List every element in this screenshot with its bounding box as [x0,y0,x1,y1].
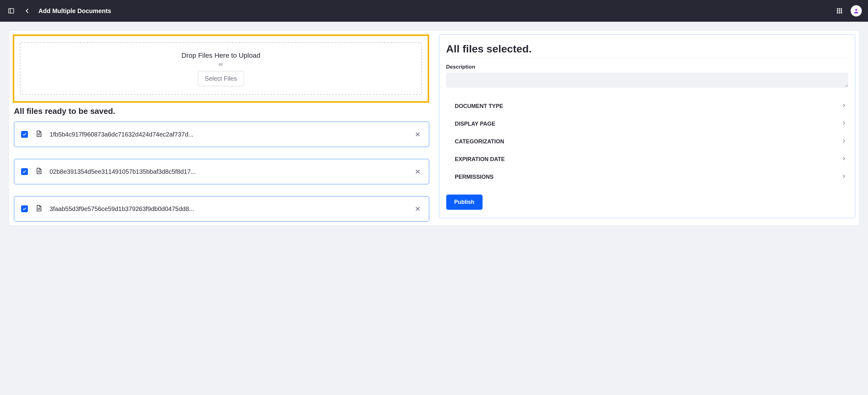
sidebar-toggle-button[interactable] [6,6,16,16]
publish-button[interactable]: Publish [446,194,483,210]
chevron-right-icon [841,121,846,127]
svg-rect-9 [839,12,840,13]
svg-rect-10 [841,12,842,13]
chevron-right-icon [841,174,846,180]
page-title: Add Multiple Documents [38,7,111,14]
right-column: All files selected. Description DOCUMENT… [439,31,859,225]
remove-file-button[interactable] [413,130,422,139]
topbar-right [835,5,862,17]
topbar-left: Add Multiple Documents [6,6,828,16]
accordion-label: EXPIRATION DATE [455,156,505,162]
dropzone-title: Drop Files Here to Upload [27,52,415,60]
dropzone[interactable]: Drop Files Here to Upload or Select File… [20,42,422,95]
selected-heading: All files selected. [446,43,848,58]
file-name: 02b8e391354d5ee311491057b135bbaf3d8c5f8d… [50,168,406,175]
user-avatar[interactable] [850,5,862,17]
dropzone-highlight: Drop Files Here to Upload or Select File… [13,34,429,103]
document-icon [35,130,42,139]
svg-rect-4 [841,8,842,10]
main-container: Drop Files Here to Upload or Select File… [9,30,859,225]
file-name: 3faab55d3f9e5756ce59d1b379263f9db0d0475d… [50,205,406,213]
remove-file-button[interactable] [413,167,422,176]
back-button[interactable] [22,6,32,16]
file-checkbox[interactable] [21,205,28,212]
svg-rect-0 [9,9,14,13]
svg-rect-2 [837,8,838,10]
ready-heading: All files ready to be saved. [14,107,429,116]
accordion-label: CATEGORIZATION [455,139,504,145]
file-card[interactable]: 02b8e391354d5ee311491057b135bbaf3d8c5f8d… [14,159,429,184]
accordion: DOCUMENT TYPEDISPLAY PAGECATEGORIZATIONE… [446,97,848,186]
chevron-right-icon [841,103,846,110]
accordion-row[interactable]: PERMISSIONS [446,168,848,186]
accordion-row[interactable]: DOCUMENT TYPE [446,97,848,115]
chevron-right-icon [841,139,846,145]
file-card[interactable]: 3faab55d3f9e5756ce59d1b379263f9db0d0475d… [14,196,429,221]
select-files-button[interactable]: Select Files [198,71,244,86]
description-label: Description [446,64,848,70]
svg-rect-3 [839,8,840,10]
document-icon [35,167,42,176]
file-name: 1fb5b4c917f960873a6dc71632d424d74ec2af73… [50,131,406,138]
svg-rect-6 [839,10,840,11]
svg-point-11 [855,9,858,11]
file-checkbox[interactable] [21,131,28,138]
dropzone-or: or [27,61,415,67]
accordion-row[interactable]: CATEGORIZATION [446,133,848,151]
apps-grid-button[interactable] [835,6,844,16]
svg-rect-7 [841,10,842,11]
accordion-label: PERMISSIONS [455,174,494,180]
description-input[interactable] [446,72,848,88]
file-list: 1fb5b4c917f960873a6dc71632d424d74ec2af73… [13,122,429,221]
svg-rect-5 [837,10,838,11]
accordion-label: DOCUMENT TYPE [455,103,503,110]
remove-file-button[interactable] [413,205,422,213]
details-panel: All files selected. Description DOCUMENT… [439,34,856,218]
document-icon [35,205,42,213]
accordion-row[interactable]: EXPIRATION DATE [446,151,848,168]
left-column: Drop Files Here to Upload or Select File… [9,31,429,225]
accordion-row[interactable]: DISPLAY PAGE [446,115,848,133]
accordion-label: DISPLAY PAGE [455,121,496,127]
file-card[interactable]: 1fb5b4c917f960873a6dc71632d424d74ec2af73… [14,122,429,147]
chevron-right-icon [841,156,846,162]
svg-rect-8 [837,12,838,13]
file-checkbox[interactable] [21,168,28,175]
topbar: Add Multiple Documents [0,0,868,22]
